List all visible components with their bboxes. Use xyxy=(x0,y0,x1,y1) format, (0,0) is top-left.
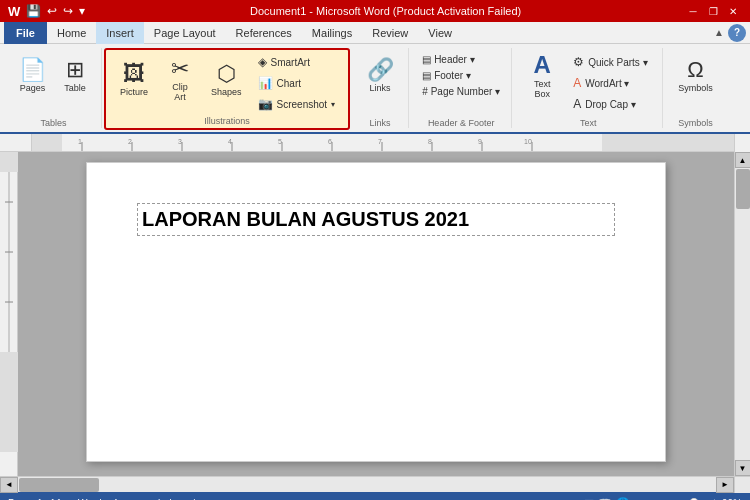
drop-cap-icon: A xyxy=(573,97,581,111)
references-menu[interactable]: References xyxy=(226,22,302,44)
illustrations-buttons: 🖼 Picture ✂ ClipArt ⬡ Shapes ◈ SmartArt … xyxy=(112,52,342,114)
text-group-label: Text xyxy=(580,116,597,128)
quick-parts-icon: ⚙ xyxy=(573,55,584,69)
h-scroll-track[interactable] xyxy=(18,477,716,493)
scroll-up-button[interactable]: ▲ xyxy=(735,152,751,168)
minimize-button[interactable]: ─ xyxy=(684,3,702,19)
status-bar: Page: 1 of 1 Words: 4 ✓ Indonesian ▣ 📖 🌐… xyxy=(0,492,750,500)
redo-btn[interactable]: ↪ xyxy=(61,4,75,18)
document-page xyxy=(86,162,666,462)
footer-label: Footer ▾ xyxy=(434,70,471,81)
tables-group-label: Tables xyxy=(40,116,66,128)
links-icon: 🔗 xyxy=(367,59,394,81)
ribbon-collapse-btn[interactable]: ▲ xyxy=(714,27,724,38)
mailings-menu[interactable]: Mailings xyxy=(302,22,362,44)
illustrations-small-buttons: ◈ SmartArt 📊 Chart 📷 Screenshot ▾ xyxy=(251,52,343,114)
picture-icon: 🖼 xyxy=(123,63,145,85)
quick-access-toolbar: 💾 ↩ ↪ ▾ xyxy=(24,4,87,18)
menu-bar: File Home Insert Page Layout References … xyxy=(0,22,750,44)
drop-cap-button[interactable]: A Drop Cap ▾ xyxy=(566,94,656,114)
view-menu[interactable]: View xyxy=(418,22,462,44)
links-button[interactable]: 🔗 Links xyxy=(358,48,402,104)
help-button[interactable]: ? xyxy=(728,24,746,42)
scroll-down-button[interactable]: ▼ xyxy=(735,460,751,476)
clip-art-button[interactable]: ✂ ClipArt xyxy=(158,52,202,108)
vertical-scrollbar[interactable]: ▲ ▼ xyxy=(734,152,750,476)
text-box-label: TextBox xyxy=(534,79,551,99)
wordart-button[interactable]: A WordArt ▾ xyxy=(566,73,656,93)
scroll-thumb[interactable] xyxy=(736,169,750,209)
title-bar-left: W 💾 ↩ ↪ ▾ xyxy=(8,4,87,19)
table-button[interactable]: ⊞ Table xyxy=(55,48,95,104)
links-buttons: 🔗 Links xyxy=(358,48,402,104)
customize-btn[interactable]: ▾ xyxy=(77,4,87,18)
view-reading-icon[interactable]: 📖 xyxy=(598,497,612,501)
text-box-icon: A xyxy=(534,53,551,77)
h-scroll-thumb[interactable] xyxy=(19,478,99,492)
shapes-button[interactable]: ⬡ Shapes xyxy=(204,52,249,108)
horizontal-scrollbar[interactable]: ◄ ► xyxy=(0,476,750,492)
pages-button[interactable]: 📄 Pages xyxy=(12,48,53,104)
document-area: ▲ ▼ xyxy=(0,152,750,476)
zoom-controls: ─ + 90% xyxy=(634,496,742,500)
scroll-right-button[interactable]: ► xyxy=(716,477,734,493)
pages-label: Pages xyxy=(20,83,46,93)
svg-text:4: 4 xyxy=(228,138,232,145)
window-controls: ─ ❐ ✕ xyxy=(684,3,742,19)
vertical-ruler xyxy=(0,152,18,476)
wordart-label: WordArt ▾ xyxy=(585,78,629,89)
file-menu[interactable]: File xyxy=(4,22,47,44)
zoom-out-button[interactable]: ─ xyxy=(634,496,643,500)
home-menu[interactable]: Home xyxy=(47,22,96,44)
restore-button[interactable]: ❐ xyxy=(704,3,722,19)
scroll-left-button[interactable]: ◄ xyxy=(0,477,18,493)
svg-text:6: 6 xyxy=(328,138,332,145)
header-icon: ▤ xyxy=(422,54,431,65)
title-bar-title: Document1 - Microsoft Word (Product Acti… xyxy=(87,5,684,17)
text-box-button[interactable]: A TextBox xyxy=(520,48,564,104)
screenshot-icon: 📷 xyxy=(258,97,273,111)
save-btn[interactable]: 💾 xyxy=(24,4,43,18)
smartart-label: SmartArt xyxy=(271,57,310,68)
smartart-button[interactable]: ◈ SmartArt xyxy=(251,52,343,72)
svg-text:9: 9 xyxy=(478,138,482,145)
header-label: Header ▾ xyxy=(434,54,475,65)
chart-button[interactable]: 📊 Chart xyxy=(251,73,343,93)
symbols-icon: Ω xyxy=(687,59,703,81)
page-number-icon: # xyxy=(422,86,428,97)
undo-btn[interactable]: ↩ xyxy=(45,4,59,18)
clip-art-label: ClipArt xyxy=(172,82,188,102)
screenshot-button[interactable]: 📷 Screenshot ▾ xyxy=(251,94,343,114)
symbols-button[interactable]: Ω Symbols xyxy=(671,48,720,104)
links-group-label: Links xyxy=(370,116,391,128)
clip-art-icon: ✂ xyxy=(171,58,189,80)
header-footer-group-label: Header & Footer xyxy=(428,116,495,128)
quick-parts-button[interactable]: ⚙ Quick Parts ▾ xyxy=(566,52,656,72)
insert-menu[interactable]: Insert xyxy=(96,22,144,44)
svg-text:7: 7 xyxy=(378,138,382,145)
footer-button[interactable]: ▤ Footer ▾ xyxy=(417,68,505,83)
scroll-area[interactable] xyxy=(18,152,734,476)
page-number-button[interactable]: # Page Number ▾ xyxy=(417,84,505,99)
header-footer-buttons: ▤ Header ▾ ▤ Footer ▾ # Page Number ▾ xyxy=(417,52,505,99)
pages-icon: 📄 xyxy=(19,59,46,81)
tables-buttons: 📄 Pages ⊞ Table xyxy=(12,48,95,104)
close-button[interactable]: ✕ xyxy=(724,3,742,19)
header-button[interactable]: ▤ Header ▾ xyxy=(417,52,505,67)
svg-text:5: 5 xyxy=(278,138,282,145)
zoom-in-button[interactable]: + xyxy=(711,496,718,500)
view-normal-icon[interactable]: ▣ xyxy=(584,497,594,501)
scroll-track[interactable] xyxy=(735,168,750,460)
drop-cap-label: Drop Cap ▾ xyxy=(585,99,636,110)
horizontal-ruler: // We'll draw ticks via CSS trick — just… xyxy=(32,134,734,152)
wordart-icon: A xyxy=(573,76,581,90)
word-icon: W xyxy=(8,4,20,19)
ribbon-group-symbols: Ω Symbols Symbols xyxy=(665,48,726,128)
document-title-input[interactable] xyxy=(137,203,615,236)
review-menu[interactable]: Review xyxy=(362,22,418,44)
picture-button[interactable]: 🖼 Picture xyxy=(112,52,156,108)
shapes-label: Shapes xyxy=(211,87,242,97)
view-web-icon[interactable]: 🌐 xyxy=(616,497,630,501)
svg-text:8: 8 xyxy=(428,138,432,145)
page-layout-menu[interactable]: Page Layout xyxy=(144,22,226,44)
